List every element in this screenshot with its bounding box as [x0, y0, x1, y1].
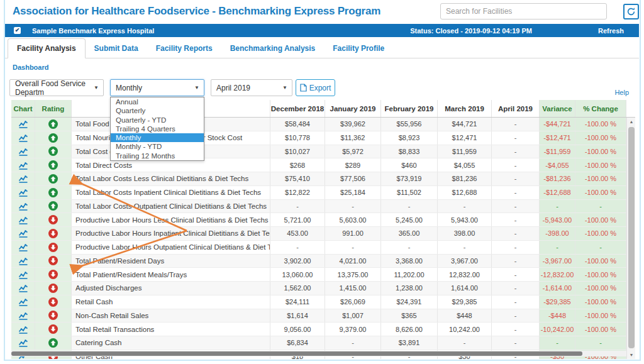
chart-button[interactable]	[11, 158, 35, 172]
dropdown-option[interactable]: Monthly - YTD	[111, 142, 204, 151]
arrow-up-circle-icon	[48, 119, 58, 129]
chart-button[interactable]	[11, 227, 35, 240]
tab-bar: Facility AnalysisSubmit DataFacility Rep…	[5, 39, 639, 58]
chart-button[interactable]	[11, 336, 35, 350]
chart-button[interactable]	[11, 186, 35, 199]
line-chart-icon	[18, 338, 28, 347]
month-value: -	[492, 336, 540, 350]
month-value: 365.00	[381, 227, 438, 240]
vertical-scrollbar-thumb[interactable]	[628, 127, 635, 348]
chart-button[interactable]	[11, 241, 35, 254]
dropdown-option[interactable]: Annual	[111, 97, 204, 106]
tab-facility-profile[interactable]: Facility Profile	[324, 39, 393, 58]
chart-button[interactable]	[11, 118, 35, 131]
facility-checkbox[interactable]: ✔	[14, 27, 21, 34]
help-link[interactable]: Help	[614, 89, 629, 96]
dropdown-option[interactable]: Trailing 4 Quarters	[111, 124, 204, 133]
chart-button[interactable]	[11, 268, 35, 281]
rating-cell	[35, 336, 72, 350]
line-chart-icon	[18, 133, 28, 142]
variance-value: -	[540, 336, 575, 350]
arrow-down-circle-icon	[48, 297, 58, 307]
month-value: $448	[438, 309, 492, 323]
month-value: -	[492, 268, 540, 281]
scroll-down-icon[interactable]: ▼	[627, 351, 635, 359]
metric-name: Adjusted Discharges	[72, 282, 270, 295]
rating-cell	[35, 213, 72, 226]
period-type-select[interactable]: Monthly ▼	[110, 79, 204, 96]
month-value: $26,069	[325, 295, 381, 309]
variance-value: -398.00	[540, 227, 575, 240]
month-value: -	[492, 186, 540, 199]
dropdown-option[interactable]: Monthly	[111, 133, 204, 142]
rating-cell	[35, 255, 72, 268]
table-row: Total Cost of Supplements$10,027$5,972$8…	[11, 145, 635, 159]
month-value: -	[381, 200, 438, 213]
month-value: -	[492, 227, 540, 240]
month-value: 3,902.00	[270, 255, 325, 268]
refresh-button[interactable]	[623, 4, 639, 19]
metric-name: Non-Cash Retail Sales	[72, 309, 270, 323]
line-chart-icon	[18, 147, 28, 156]
month-value: -	[325, 241, 381, 254]
month-value: 3,368.00	[381, 255, 438, 268]
chart-button[interactable]	[11, 255, 35, 268]
benchmark-table: ChartRatingDecember 2018January 2019Febr…	[11, 100, 635, 359]
chart-button[interactable]	[11, 172, 35, 185]
vertical-scrollbar[interactable]: ▲ ▼	[626, 118, 635, 359]
arrow-down-circle-icon	[48, 311, 58, 320]
chart-button[interactable]	[11, 145, 35, 158]
facility-name: Sample Benchmark Express Hospital	[32, 27, 154, 35]
month-value: $58,484	[270, 118, 325, 131]
variance-value: -$12,688	[540, 186, 575, 199]
variance-value: -100.00 %	[575, 309, 626, 323]
variance-value: -	[540, 241, 575, 254]
month-value: 453.00	[270, 227, 325, 240]
variance-value: -$4,055	[540, 158, 575, 172]
arrow-down-circle-icon	[48, 256, 58, 265]
metric-name: Total Labor Costs Outpatient Clinical Di…	[72, 200, 270, 213]
chart-button[interactable]	[11, 323, 35, 336]
month-value: $81,236	[438, 172, 492, 185]
variance-value: -100.00 %	[575, 158, 626, 172]
month-value: 398.00	[438, 227, 492, 240]
month-value: -	[492, 282, 540, 295]
tab-benchmarking-analysis[interactable]: Benchmarking Analysis	[221, 39, 325, 58]
month-value: $6,834	[270, 336, 325, 350]
horizontal-scrollbar-thumb[interactable]	[11, 351, 582, 356]
chart-button[interactable]	[11, 309, 35, 323]
month-value: $10,778	[270, 131, 325, 145]
tab-facility-reports[interactable]: Facility Reports	[147, 39, 221, 58]
month-value: -	[438, 336, 492, 350]
variance-value: -$11,959	[540, 145, 575, 158]
tab-submit-data[interactable]: Submit Data	[86, 39, 147, 58]
month-value: 5,245.00	[381, 213, 438, 226]
refresh-icon	[626, 7, 636, 16]
period-select[interactable]: April 2019 ▼	[211, 79, 292, 96]
line-chart-icon	[18, 188, 28, 197]
export-button[interactable]: Export	[296, 79, 335, 96]
tab-facility-analysis[interactable]: Facility Analysis	[8, 38, 86, 58]
horizontal-scrollbar[interactable]	[11, 351, 626, 356]
dropdown-option[interactable]: Quarterly	[111, 106, 204, 115]
month-value: $1,614	[270, 309, 325, 323]
variance-value: -100.00 %	[575, 186, 626, 199]
breadcrumb-dashboard[interactable]: Dashboard	[13, 63, 48, 71]
chart-button[interactable]	[11, 131, 35, 145]
month-value: $55,956	[381, 118, 438, 131]
dropdown-option[interactable]: Quarterly - YTD	[111, 116, 204, 124]
scroll-up-icon[interactable]: ▲	[627, 118, 635, 126]
chart-button[interactable]	[11, 295, 35, 309]
dropdown-option[interactable]: Trailing 12 Months	[111, 152, 204, 160]
month-value: -	[270, 200, 325, 213]
search-input[interactable]	[440, 3, 607, 19]
month-value: -	[492, 213, 540, 226]
department-select[interactable]: Overall Food Service Departm ▼	[9, 79, 104, 96]
table-row: Total Patient/Resident Meals/Trays13,060…	[11, 268, 635, 282]
chart-button[interactable]	[11, 282, 35, 295]
chart-button[interactable]	[11, 213, 35, 226]
chart-button[interactable]	[11, 200, 35, 213]
month-value: $29,385	[438, 295, 492, 309]
refresh-link[interactable]: Refresh	[598, 27, 624, 35]
rating-cell	[35, 282, 72, 295]
